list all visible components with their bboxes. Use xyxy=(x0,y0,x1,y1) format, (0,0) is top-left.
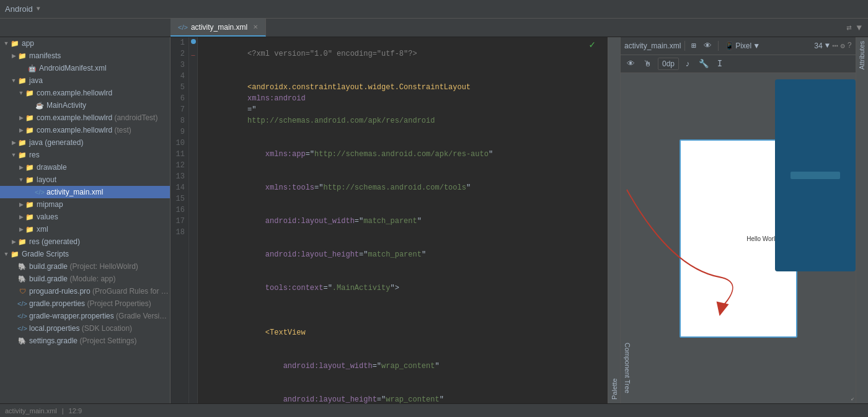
gutter-red-underline: _ xyxy=(191,50,195,57)
design-panel: activity_main.xml ⊞ 👁 📱 Pixel ▼ 34 ▼ ⋯ ⚙… xyxy=(620,37,856,403)
music-btn[interactable]: ♪ xyxy=(683,58,693,70)
arrow-com2: ▶ xyxy=(17,115,25,121)
arrow-com3: ▶ xyxy=(17,127,25,133)
arrow-layout: ▼ xyxy=(17,177,25,183)
sidebar-item-res[interactable]: ▼ 📁 res xyxy=(0,149,170,161)
tab-close-button[interactable]: ✕ xyxy=(253,24,258,30)
design-canvas: Hello World! ↙ xyxy=(621,73,856,403)
sidebar-item-java[interactable]: ▼ 📁 java xyxy=(0,74,170,87)
top-bar: Android ▼ xyxy=(0,0,868,19)
cursor-btn[interactable]: 🖱 xyxy=(641,58,654,70)
folder-icon-drawable: 📁 xyxy=(25,162,35,172)
sidebar-label-app: app xyxy=(22,39,34,48)
code-line-1: <?xml version="1.0" encoding="utf-8"?> xyxy=(203,37,603,71)
device-dropdown[interactable]: 📱 Pixel ▼ xyxy=(722,40,763,51)
folder-icon-values: 📁 xyxy=(25,212,35,222)
padding-input[interactable]: 0dp xyxy=(658,58,679,70)
code-expand-icon[interactable]: ▼ xyxy=(857,23,862,33)
tab-bar: </> activity_main.xml ✕ ⇄ ▼ xyxy=(0,19,868,37)
help-btn[interactable]: ? xyxy=(848,42,852,50)
code-lines[interactable]: <?xml version="1.0" encoding="utf-8"?> <… xyxy=(198,37,608,403)
sidebar-label-mainactivity: MainActivity xyxy=(46,101,86,110)
sidebar-item-xml[interactable]: ▶ 📁 xml xyxy=(0,223,170,235)
design-layers-btn[interactable]: ⊞ xyxy=(689,40,699,52)
sidebar-item-proguard[interactable]: 🛡 proguard-rules.pro (ProGuard Rules for… xyxy=(0,285,170,297)
gutter-blue-dot xyxy=(191,39,196,44)
sidebar-item-com3[interactable]: ▶ 📁 com.example.hellowlrd (test) xyxy=(0,124,170,136)
sidebar-label-layout: layout xyxy=(37,175,56,184)
design-second-toolbar: 👁 🖱 0dp ♪ 🔧 I xyxy=(621,55,856,73)
arrow-com1: ▼ xyxy=(17,90,25,96)
design-eye-btn[interactable]: 👁 xyxy=(701,40,714,52)
folder-icon-com3: 📁 xyxy=(25,125,35,135)
sidebar-item-activity-main-xml[interactable]: </> activity_main.xml xyxy=(0,186,170,198)
design-toolbar: activity_main.xml ⊞ 👁 📱 Pixel ▼ 34 ▼ ⋯ ⚙… xyxy=(621,37,856,55)
sidebar-item-java-generated[interactable]: ▶ 📁 java (generated) xyxy=(0,136,170,149)
sidebar-item-mainactivity[interactable]: ☕ MainActivity xyxy=(0,99,170,112)
arrow-app: ▼ xyxy=(2,40,10,46)
sidebar-label-com2: com.example.hellowlrd (androidTest) xyxy=(37,113,157,122)
text-cursor-btn[interactable]: I xyxy=(715,58,725,70)
code-line-9: <TextView xyxy=(203,316,603,349)
sidebar-item-build-gradle-module[interactable]: 🐘 build.gradle (Module: app) xyxy=(0,273,170,285)
phone-frame-dark xyxy=(775,79,856,271)
sidebar-item-gradle-wrapper[interactable]: </> gradle-wrapper.properties (Gradle Ve… xyxy=(0,310,170,322)
wrench-btn[interactable]: 🔧 xyxy=(696,58,711,70)
palette-tab[interactable]: Palette xyxy=(608,37,620,403)
eye-btn-2[interactable]: 👁 xyxy=(624,58,637,70)
attributes-tab[interactable]: Attributes xyxy=(856,37,868,403)
tab-activity-main[interactable]: </> activity_main.xml ✕ xyxy=(170,19,266,37)
sidebar-label-androidmanifest: AndroidManifest.xml xyxy=(39,64,107,72)
sidebar-label-manifests: manifests xyxy=(29,51,61,60)
sidebar-label-build-gradle-module: build.gradle (Module: app) xyxy=(29,274,115,283)
sidebar-item-gradle-scripts[interactable]: ▼ 📁 Gradle Scripts xyxy=(0,248,170,260)
code-line-7: tools:context=".MainActivity"> xyxy=(203,271,603,305)
sidebar-label-drawable: drawable xyxy=(37,163,67,172)
sidebar-label-gradle-scripts: Gradle Scripts xyxy=(22,250,69,258)
xml-tab-icon: </> xyxy=(178,24,188,31)
manifest-file-icon: 🤖 xyxy=(27,63,37,73)
sidebar-item-app[interactable]: ▼ 📁 app xyxy=(0,37,170,50)
gradle-folder-icon: 📁 xyxy=(10,249,20,259)
properties-icon-1: </> xyxy=(17,299,27,309)
sidebar-item-manifests[interactable]: ▶ 📁 manifests xyxy=(0,50,170,62)
device-icon: 📱 xyxy=(725,42,734,50)
sidebar-item-values[interactable]: ▶ 📁 values xyxy=(0,211,170,223)
more-options-btn[interactable]: ⋯ xyxy=(832,40,838,52)
sidebar-item-settings-gradle[interactable]: 🐘 settings.gradle (Project Settings) xyxy=(0,335,170,347)
sidebar-item-layout[interactable]: ▼ 📁 layout xyxy=(0,173,170,186)
sidebar-item-build-gradle-project[interactable]: 🐘 build.gradle (Project: HelloWolrd) xyxy=(0,260,170,273)
resize-handle[interactable]: ↙ xyxy=(851,395,854,402)
design-toolbar-right: 34 ▼ ⋯ ⚙ ? xyxy=(814,40,852,52)
sidebar-item-mipmap[interactable]: ▶ 📁 mipmap xyxy=(0,198,170,211)
sidebar-item-com2[interactable]: ▶ 📁 com.example.hellowlrd (androidTest) xyxy=(0,112,170,124)
sidebar-item-com1[interactable]: ▼ 📁 com.example.hellowlrd xyxy=(0,87,170,99)
settings-btn[interactable]: ⚙ xyxy=(841,42,845,51)
sidebar-item-androidmanifest[interactable]: 🤖 AndroidManifest.xml xyxy=(0,62,170,74)
sidebar-item-res-generated[interactable]: ▶ 📁 res (generated) xyxy=(0,235,170,248)
folder-icon-res-gen: 📁 xyxy=(17,237,27,247)
sidebar-item-drawable[interactable]: ▶ 📁 drawable xyxy=(0,161,170,173)
folder-icon-res: 📁 xyxy=(17,150,27,160)
sidebar-label-xml: xml xyxy=(37,225,48,234)
code-split-icon[interactable]: ⇄ xyxy=(846,22,851,33)
api-chevron[interactable]: ▼ xyxy=(825,42,830,50)
sidebar-item-local-properties[interactable]: </> local.properties (SDK Location) xyxy=(0,322,170,335)
tab-label: activity_main.xml xyxy=(191,23,247,32)
folder-icon-manifests: 📁 xyxy=(17,51,27,61)
code-line-3: xmlns:app="http://schemas.android.com/ap… xyxy=(203,138,603,171)
properties-icon-3: </> xyxy=(17,323,27,333)
arrow-manifests: ▶ xyxy=(10,53,17,59)
sidebar-label-res-gen: res (generated) xyxy=(29,237,80,246)
folder-icon-app: 📁 xyxy=(10,38,20,48)
folder-icon-mipmap: 📁 xyxy=(25,200,35,209)
component-tree-tab[interactable]: Component Tree xyxy=(621,338,634,398)
design-filename: activity_main.xml xyxy=(624,42,681,50)
code-line-10: android:layout_width="wrap_content" xyxy=(203,349,603,383)
main-content: ▼ 📁 app ▶ 📁 manifests 🤖 AndroidManifest.… xyxy=(0,37,868,403)
phone-dark-inner xyxy=(790,172,840,179)
app-chevron[interactable]: ▼ xyxy=(37,6,40,12)
sidebar-item-gradle-properties[interactable]: </> gradle.properties (Project Propertie… xyxy=(0,297,170,310)
sidebar-label-gradle-wrapper: gradle-wrapper.properties (Gradle Versi… xyxy=(29,312,167,320)
code-editor[interactable]: 1 2 3 4 5 6 7 8 9 10 11 12 13 14 15 16 1… xyxy=(170,37,608,403)
